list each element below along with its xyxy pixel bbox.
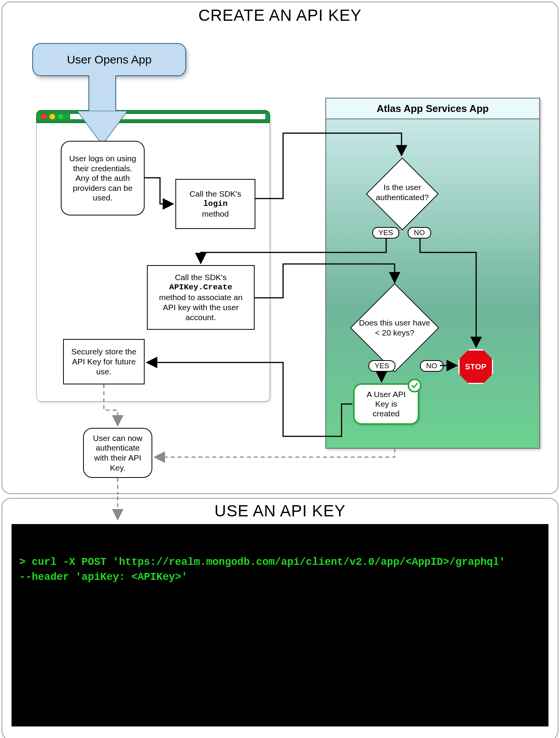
decision-is-auth-text: Is the user authenticated? (376, 183, 429, 202)
traffic-light-zoom-icon (58, 114, 64, 120)
section-title-use: USE AN API KEY (2, 499, 558, 520)
atlas-panel-title: Atlas App Services App (326, 99, 539, 119)
step-store-api-key: Securely store the API Key for future us… (63, 339, 145, 384)
text-store-key: Securely store the API Key for future us… (69, 347, 138, 377)
branch-label-no-keys: NO (420, 360, 443, 372)
terminal-line-1: > curl -X POST 'https://realm.mongodb.co… (19, 556, 505, 568)
text-call-login-post: method (202, 209, 229, 219)
text-call-login-pre: Call the SDK's (190, 189, 242, 199)
stop-label: STOP (465, 362, 487, 371)
branch-label-no-auth: NO (408, 227, 431, 239)
traffic-light-close-icon (41, 114, 47, 120)
use-api-key-section: USE AN API KEY > curl -X POST 'https://r… (2, 498, 558, 738)
text-call-create-mono: APIKey.Create (169, 282, 232, 292)
terminal-output: > curl -X POST 'https://realm.mongodb.co… (12, 524, 548, 726)
traffic-light-minimize-icon (49, 114, 55, 120)
section-title-create: CREATE AN API KEY (2, 3, 558, 25)
terminal-line-2: --header 'apiKey: <APIKey>' (19, 571, 187, 583)
step-call-apikey-create: Call the SDK's APIKey.Create method to a… (147, 265, 255, 330)
step-user-logs-on: User logs on using their credentials. An… (61, 141, 145, 215)
text-call-create-post: method to associate an API key with the … (153, 292, 248, 322)
check-icon (408, 379, 422, 392)
stop-node: STOP (458, 349, 493, 384)
start-arrow-stem (88, 75, 116, 112)
step-user-can-authenticate: User can now authenticate with their API… (83, 428, 152, 478)
branch-label-yes-auth: YES (372, 227, 399, 239)
step-call-sdk-login: Call the SDK's login method (175, 179, 255, 229)
text-call-login-mono: login (203, 199, 227, 209)
create-api-key-section: CREATE AN API KEY User Opens App Atlas A… (2, 2, 558, 494)
decision-is-user-authenticated: Is the user authenticated? (364, 155, 441, 232)
browser-titlebar (36, 110, 270, 123)
text-call-create-pre: Call the SDK's (175, 272, 227, 282)
text-can-auth: User can now authenticate with their API… (88, 433, 147, 473)
step-user-logs-on-text: User logs on using their credentials. An… (66, 154, 139, 203)
decision-under-20-text: Does this user have < 20 keys? (359, 318, 430, 337)
start-node-user-opens-app: User Opens App (32, 43, 186, 76)
start-node-label: User Opens App (67, 53, 152, 66)
start-arrow-head-icon (78, 111, 127, 144)
result-created-text: A User API Key is created (367, 390, 406, 418)
branch-label-yes-keys: YES (368, 360, 395, 372)
